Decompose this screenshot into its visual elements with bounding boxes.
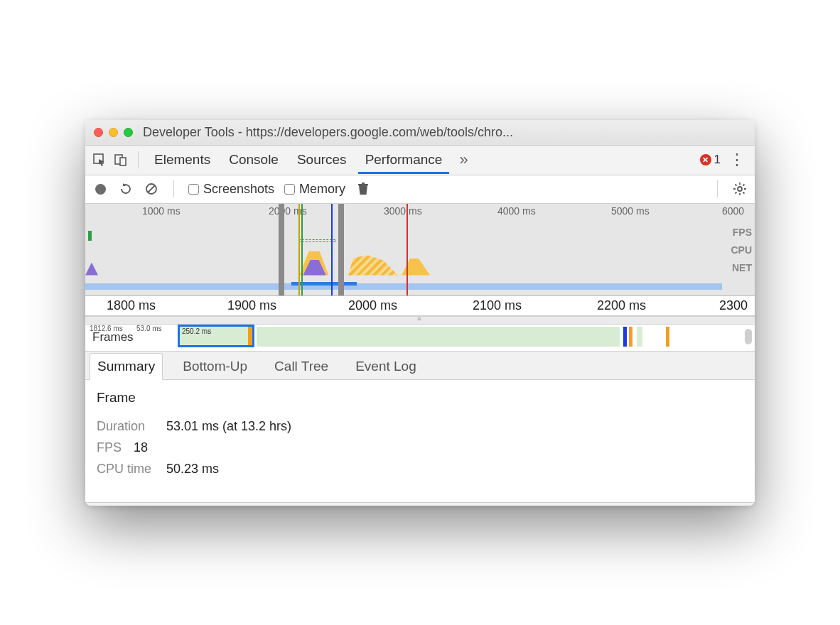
checkbox-icon xyxy=(284,184,295,195)
ruler-tick: 2200 ms xyxy=(597,298,646,313)
separator xyxy=(717,180,718,197)
clear-button[interactable] xyxy=(144,181,159,197)
fps-bar xyxy=(298,239,335,242)
memory-label: Memory xyxy=(299,182,345,197)
frame-block[interactable] xyxy=(623,327,627,347)
details-tab-bar: Summary Bottom-Up Call Tree Event Log xyxy=(85,352,755,380)
zoom-window-button[interactable] xyxy=(124,128,133,137)
devtools-tab-bar: Elements Console Sources Performance » ✕… xyxy=(85,146,755,175)
svg-rect-5 xyxy=(358,184,368,185)
ruler-tick: 1800 ms xyxy=(107,298,156,313)
marker-line xyxy=(331,204,333,295)
inspect-element-icon[interactable] xyxy=(91,151,108,168)
cpu-activity xyxy=(348,251,398,276)
tab-console[interactable]: Console xyxy=(222,146,286,174)
ruler-tick: 1000 ms xyxy=(142,205,181,217)
ruler-tick: 1900 ms xyxy=(227,298,276,313)
tab-bottom-up[interactable]: Bottom-Up xyxy=(176,354,254,379)
separator xyxy=(173,180,174,197)
frame-block[interactable] xyxy=(629,327,632,347)
overview-lane-labels: FPS CPU NET xyxy=(731,224,752,277)
overview-panel[interactable]: 1000 ms 2000 ms 3000 ms 4000 ms 5000 ms … xyxy=(85,204,755,296)
frame-selected[interactable]: 250.2 ms xyxy=(178,325,254,347)
summary-row: CPU time 50.23 ms xyxy=(97,458,743,479)
garbage-collect-button[interactable] xyxy=(355,181,371,197)
frame-duration-label: 250.2 ms xyxy=(180,327,252,336)
selection-handle-right[interactable] xyxy=(338,204,344,295)
summary-value: 50.23 ms xyxy=(166,458,219,479)
panel-footer xyxy=(85,503,755,506)
device-toggle-icon[interactable] xyxy=(112,151,129,168)
error-count-badge[interactable]: ✕ 1 xyxy=(700,153,721,167)
scrollbar-thumb[interactable] xyxy=(745,329,752,344)
tab-event-log[interactable]: Event Log xyxy=(348,354,424,379)
summary-row: FPS 18 xyxy=(97,437,743,458)
lane-cpu: CPU xyxy=(731,241,752,259)
lane-net: NET xyxy=(731,259,752,277)
summary-heading: Frame xyxy=(97,390,743,406)
svg-line-4 xyxy=(148,185,155,192)
minimize-window-button[interactable] xyxy=(109,128,118,137)
overview-ruler: 1000 ms 2000 ms 3000 ms 4000 ms 5000 ms … xyxy=(85,204,755,219)
collapsed-section-handle[interactable]: ≡ xyxy=(85,316,755,325)
svg-rect-6 xyxy=(362,183,365,184)
summary-panel: Frame Duration 53.01 ms (at 13.2 hrs) FP… xyxy=(85,380,755,503)
tab-summary[interactable]: Summary xyxy=(90,353,163,380)
capture-settings-button[interactable] xyxy=(732,181,748,197)
devtools-menu-button[interactable]: ⋮ xyxy=(725,151,749,169)
ruler-tick: 2100 ms xyxy=(473,298,522,313)
memory-checkbox[interactable]: Memory xyxy=(284,182,345,197)
titlebar: Developer Tools - https://developers.goo… xyxy=(85,120,755,146)
frame-time-label: 53.0 ms xyxy=(136,325,162,332)
frames-track-label: Frames xyxy=(92,330,134,344)
error-icon: ✕ xyxy=(700,154,711,165)
summary-key: CPU time xyxy=(97,458,158,479)
detail-ruler[interactable]: 1800 ms 1900 ms 2000 ms 2100 ms 2200 ms … xyxy=(85,296,755,316)
more-tabs-button[interactable]: » xyxy=(453,151,473,169)
performance-toolbar: Screenshots Memory xyxy=(85,175,755,204)
marker-line xyxy=(301,204,303,295)
svg-rect-2 xyxy=(120,158,126,165)
devtools-window: Developer Tools - https://developers.goo… xyxy=(85,120,755,506)
screenshots-label: Screenshots xyxy=(203,182,274,197)
selection-handle-left[interactable] xyxy=(279,204,284,295)
ruler-tick: 5000 ms xyxy=(611,205,650,217)
summary-key: Duration xyxy=(97,415,158,437)
frame-block[interactable] xyxy=(666,327,669,347)
ruler-tick: 2300 xyxy=(719,298,748,313)
close-window-button[interactable] xyxy=(94,128,103,137)
reload-button[interactable] xyxy=(118,181,134,197)
separator xyxy=(138,151,139,168)
marker-line xyxy=(298,204,300,295)
cpu-activity xyxy=(402,257,430,276)
summary-row: Duration 53.01 ms (at 13.2 hrs) xyxy=(97,415,743,437)
marker-line xyxy=(406,204,408,295)
summary-value: 53.01 ms (at 13.2 hrs) xyxy=(166,415,291,437)
frames-track[interactable]: 1812.6 ms 53.0 ms Frames 250.2 ms xyxy=(85,325,755,352)
fps-bar xyxy=(88,231,92,241)
ruler-tick: 6000 xyxy=(722,205,744,217)
summary-key: FPS xyxy=(97,437,125,458)
error-count: 1 xyxy=(714,153,721,167)
svg-point-7 xyxy=(738,187,742,191)
checkbox-icon xyxy=(188,184,199,195)
tab-performance[interactable]: Performance xyxy=(358,146,450,174)
summary-value: 18 xyxy=(134,437,148,458)
tab-call-tree[interactable]: Call Tree xyxy=(267,354,335,379)
network-activity xyxy=(85,283,722,290)
frame-block[interactable] xyxy=(257,327,620,347)
ruler-tick: 2000 ms xyxy=(348,298,397,313)
frame-marker xyxy=(248,327,252,345)
window-title: Developer Tools - https://developers.goo… xyxy=(143,125,746,140)
ruler-tick: 4000 ms xyxy=(497,205,536,217)
screenshots-checkbox[interactable]: Screenshots xyxy=(188,182,274,197)
record-button[interactable] xyxy=(92,181,108,197)
frame-block[interactable] xyxy=(637,327,642,347)
lane-fps: FPS xyxy=(731,224,752,241)
tab-elements[interactable]: Elements xyxy=(147,146,217,174)
ruler-tick: 3000 ms xyxy=(384,205,422,217)
cpu-activity xyxy=(85,263,98,276)
traffic-lights xyxy=(94,128,133,137)
tab-sources[interactable]: Sources xyxy=(290,146,354,174)
